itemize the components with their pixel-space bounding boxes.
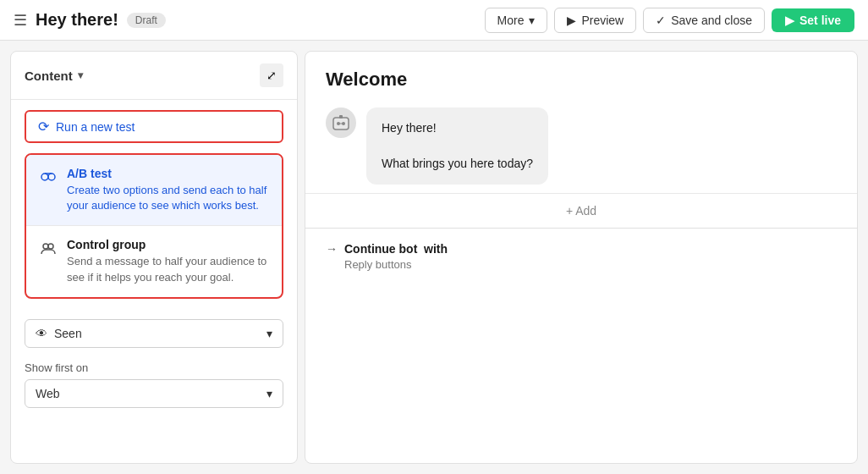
control-group-icon (40, 240, 57, 261)
save-label: Save and close (671, 14, 752, 27)
eye-icon: 👁 (36, 327, 47, 340)
header-right: More ▾ ▶ Preview ✓ Save and close ▶ Set … (485, 8, 854, 33)
run-test-label: Run a new test (56, 120, 135, 134)
continue-section: → Continue bot with Reply buttons (305, 228, 857, 284)
chevron-down-icon: ▾ (266, 327, 272, 340)
svg-point-0 (41, 174, 48, 180)
panel-controls: 👁 Seen ▾ Show first on Web ▾ (11, 306, 297, 422)
continue-bot-label: Continue bot with (344, 242, 448, 256)
add-button[interactable]: + Add (566, 204, 596, 218)
show-first-label: Show first on (25, 361, 283, 374)
ab-test-desc: Create two options and send each to half… (67, 183, 268, 213)
ab-test-content: A/B test Create two options and send eac… (67, 167, 268, 213)
chevron-down-icon: ▾ (78, 69, 83, 81)
circle-play-icon: ▶ (785, 14, 794, 27)
control-group-menu-item[interactable]: Control group Send a message to half you… (26, 226, 282, 296)
chevron-down-icon: ▾ (266, 387, 272, 400)
app-header: ☰ Hey there! Draft More ▾ ▶ Preview ✓ Sa… (0, 0, 868, 41)
seen-dropdown[interactable]: 👁 Seen ▾ (25, 319, 283, 348)
web-dropdown[interactable]: Web ▾ (25, 379, 283, 408)
page-title: Hey there! (36, 10, 118, 30)
draft-badge: Draft (127, 13, 166, 28)
content-title-btn[interactable]: Content ▾ (25, 69, 83, 83)
fullscreen-icon: ⤢ (266, 69, 277, 82)
chat-container: Welcome Hey there! What brings you h (305, 51, 858, 464)
more-button[interactable]: More ▾ (485, 8, 548, 33)
add-section: + Add (305, 193, 857, 228)
right-panel: Welcome Hey there! What brings you h (298, 41, 868, 474)
preview-button[interactable]: ▶ Preview (554, 8, 636, 33)
seen-label: 👁 Seen (36, 327, 82, 340)
bot-avatar (326, 107, 356, 138)
fullscreen-button[interactable]: ⤢ (260, 63, 283, 87)
set-live-button[interactable]: ▶ Set live (772, 8, 854, 32)
reply-buttons-label: Reply buttons (344, 258, 837, 271)
content-header: Content ▾ ⤢ (11, 52, 297, 100)
control-group-desc: Send a message to half your audience to … (67, 254, 268, 284)
set-live-label: Set live (799, 14, 841, 27)
svg-point-3 (43, 244, 48, 249)
test-type-menu: A/B test Create two options and send eac… (25, 153, 283, 299)
save-close-button[interactable]: ✓ Save and close (643, 8, 765, 33)
run-new-test-button[interactable]: ⟳ Run a new test (25, 110, 283, 143)
welcome-header: Welcome (305, 52, 857, 99)
continue-row: → Continue bot with (326, 242, 837, 256)
main-layout: Content ▾ ⤢ ⟳ Run a new test (0, 41, 868, 474)
chevron-down-icon: ▾ (529, 14, 535, 27)
bubble-line2: What brings you here today? (382, 155, 533, 173)
control-group-title: Control group (67, 238, 268, 251)
add-label: + Add (566, 204, 596, 218)
ab-test-title: A/B test (67, 167, 268, 180)
hamburger-icon[interactable]: ☰ (14, 11, 27, 30)
header-left: ☰ Hey there! Draft (14, 10, 475, 30)
svg-point-1 (48, 174, 55, 180)
test-icon: ⟳ (38, 118, 49, 135)
svg-rect-9 (339, 115, 343, 118)
arrow-right-icon: → (326, 242, 338, 256)
check-icon: ✓ (656, 14, 666, 27)
content-title-text: Content (25, 69, 73, 83)
ab-test-icon (40, 168, 57, 190)
more-label: More (497, 14, 525, 27)
chat-bubble: Hey there! What brings you here today? (366, 107, 548, 185)
seen-text: Seen (54, 327, 82, 340)
left-panel: Content ▾ ⤢ ⟳ Run a new test (10, 51, 298, 464)
preview-label: Preview (581, 14, 624, 27)
chat-area: Hey there! What brings you here today? (305, 99, 857, 193)
ab-test-menu-item[interactable]: A/B test Create two options and send eac… (26, 155, 282, 226)
svg-point-4 (48, 244, 53, 249)
control-group-content: Control group Send a message to half you… (67, 238, 268, 284)
bubble-line1: Hey there! (382, 119, 533, 137)
web-text: Web (36, 387, 60, 400)
play-circle-icon: ▶ (567, 14, 576, 27)
